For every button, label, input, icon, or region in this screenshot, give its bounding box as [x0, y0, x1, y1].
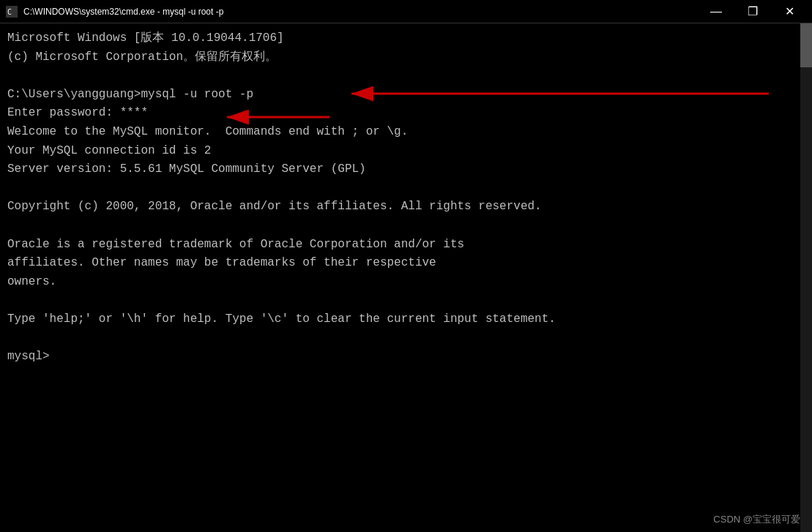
scrollbar-thumb[interactable]: [800, 23, 812, 67]
svg-text:C: C: [7, 8, 12, 16]
terminal-line-8: Server version: 5.5.61 MySQL Community S…: [7, 160, 805, 179]
terminal-line-18: mysql>: [7, 348, 805, 367]
terminal-line-2: (c) Microsoft Corporation。保留所有权利。: [7, 48, 805, 67]
title-bar-text: C:\WINDOWS\system32\cmd.exe - mysql -u r…: [23, 7, 699, 17]
window-icon: C: [6, 6, 18, 18]
terminal-line-11: [7, 217, 805, 236]
title-bar: C C:\WINDOWS\system32\cmd.exe - mysql -u…: [0, 0, 812, 23]
terminal-line-5: Enter password: ****: [7, 104, 805, 123]
terminal-line-7: Your MySQL connection id is 2: [7, 142, 805, 161]
terminal-line-1: Microsoft Windows [版本 10.0.19044.1706]: [7, 29, 805, 48]
watermark: CSDN @宝宝很可爱: [713, 512, 800, 527]
terminal-line-15: [7, 291, 805, 310]
terminal-line-14: owners.: [7, 273, 805, 292]
terminal-line-13: affiliates. Other names may be trademark…: [7, 254, 805, 273]
terminal-line-6: Welcome to the MySQL monitor. Commands e…: [7, 123, 805, 142]
terminal-line-3: [7, 67, 805, 86]
terminal-body[interactable]: Microsoft Windows [版本 10.0.19044.1706] (…: [0, 23, 812, 532]
terminal-line-10: Copyright (c) 2000, 2018, Oracle and/or …: [7, 198, 805, 217]
scrollbar[interactable]: [800, 23, 812, 532]
terminal-line-17: [7, 329, 805, 348]
title-bar-controls: — ❐ ✕: [699, 0, 806, 23]
terminal-line-9: [7, 179, 805, 198]
cmd-window: C C:\WINDOWS\system32\cmd.exe - mysql -u…: [0, 0, 812, 532]
restore-button[interactable]: ❐: [736, 0, 770, 23]
minimize-button[interactable]: —: [699, 0, 733, 23]
close-button[interactable]: ✕: [772, 0, 806, 23]
terminal-output: Microsoft Windows [版本 10.0.19044.1706] (…: [7, 29, 805, 367]
terminal-line-12: Oracle is a registered trademark of Orac…: [7, 236, 805, 255]
terminal-line-16: Type 'help;' or '\h' for help. Type '\c'…: [7, 310, 805, 329]
terminal-line-4: C:\Users\yangguang>mysql -u root -p: [7, 86, 805, 105]
